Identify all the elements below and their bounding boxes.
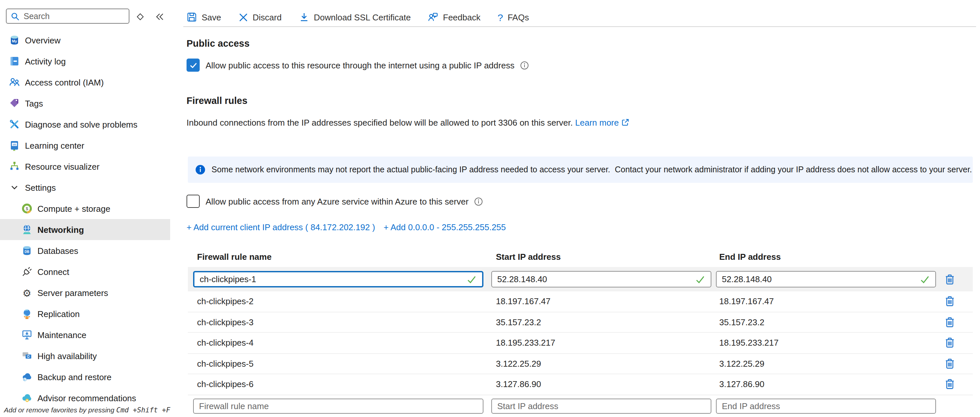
- search-input[interactable]: [24, 11, 125, 21]
- new-rule-name-input[interactable]: [194, 401, 483, 411]
- delete-rule-button[interactable]: [943, 378, 956, 391]
- firewall-rules-heading: Firewall rules: [186, 95, 247, 106]
- svg-text:101: 101: [13, 143, 16, 146]
- table-header-row: Firewall rule name Start IP address End …: [188, 247, 973, 267]
- command-bar: Save Discard Download SSL Certificate Fe…: [186, 8, 529, 26]
- sidebar-item-replication[interactable]: Replication: [0, 303, 170, 324]
- chevron-down-icon: [8, 182, 21, 193]
- new-start-ip-input[interactable]: [492, 401, 711, 411]
- end-ip-cell: 3.127.86.90: [719, 380, 764, 389]
- public-access-heading: Public access: [186, 38, 250, 49]
- feedback-icon: [428, 12, 438, 22]
- search-icon: [11, 11, 20, 21]
- start-ip-field[interactable]: [491, 271, 711, 288]
- sidebar-item-label: Settings: [25, 182, 56, 192]
- info-icon[interactable]: [520, 61, 529, 69]
- start-ip-input[interactable]: [492, 274, 695, 284]
- networking-icon: [21, 224, 33, 235]
- new-end-ip-field[interactable]: [716, 399, 936, 414]
- sidebar-item-advisor[interactable]: Advisor recommendations: [0, 387, 170, 409]
- sidebar-item-high-availability[interactable]: High availability: [0, 345, 170, 366]
- add-client-ip-link[interactable]: + Add current client IP address ( 84.172…: [186, 222, 375, 232]
- sidebar-item-learning-center[interactable]: 101 Learning center: [0, 135, 170, 156]
- sidebar-item-resource-visualizer[interactable]: Resource visualizer: [0, 156, 170, 177]
- public-access-checkbox[interactable]: [186, 59, 200, 72]
- table-row: ch-clickpipes-5 3.122.25.29 3.122.25.29: [188, 353, 973, 374]
- collapse-sidebar-icon[interactable]: [153, 9, 167, 24]
- compute-storage-icon: $: [21, 203, 33, 214]
- end-ip-input[interactable]: [717, 274, 920, 284]
- networking-content: Save Discard Download SSL Certificate Fe…: [183, 0, 980, 417]
- sidebar-item-activity-log[interactable]: Activity log: [0, 51, 170, 72]
- discard-button[interactable]: Discard: [238, 12, 282, 22]
- access-control-icon: [8, 76, 21, 88]
- table-row: ch-clickpipes-2 18.197.167.47 18.197.167…: [188, 291, 973, 312]
- sidebar-item-settings-group[interactable]: Settings: [0, 177, 170, 198]
- feedback-button[interactable]: Feedback: [428, 12, 480, 22]
- add-ip-range-link[interactable]: + Add 0.0.0.0 - 255.255.255.255: [383, 222, 506, 232]
- azure-services-checkbox-label: Allow public access from any Azure servi…: [205, 197, 469, 206]
- column-header-rule-name: Firewall rule name: [197, 252, 272, 262]
- diamond-icon[interactable]: [133, 9, 147, 24]
- favorites-hint-keys: Cmd +Shift +F: [116, 406, 170, 414]
- rule-name-cell: ch-clickpipes-5: [197, 359, 253, 369]
- faqs-button[interactable]: ? FAQs: [498, 12, 529, 22]
- rule-name-input[interactable]: [194, 274, 466, 284]
- rule-name-cell: ch-clickpipes-4: [197, 338, 253, 348]
- delete-rule-button[interactable]: [943, 295, 956, 308]
- sidebar-item-label: Replication: [37, 309, 80, 319]
- sidebar-item-server-parameters[interactable]: ⚙ Server parameters: [0, 282, 170, 303]
- sidebar: My Overview Activity log Access control …: [0, 0, 170, 417]
- download-ssl-label: Download SSL Certificate: [313, 12, 410, 22]
- new-rule-name-field[interactable]: [193, 399, 484, 414]
- sidebar-item-tags[interactable]: Tags: [0, 93, 170, 114]
- info-filled-icon: [195, 165, 205, 175]
- sidebar-item-label: Tags: [25, 98, 43, 108]
- sidebar-item-connect[interactable]: Connect: [0, 261, 170, 282]
- table-row: ch-clickpipes-3 35.157.23.2 35.157.23.2: [188, 312, 973, 333]
- resource-visualizer-icon: [8, 160, 21, 173]
- download-ssl-certificate-button[interactable]: Download SSL Certificate: [299, 12, 410, 22]
- azure-services-checkbox[interactable]: [186, 195, 200, 208]
- end-ip-cell: 18.197.167.47: [719, 297, 774, 307]
- sidebar-item-backup-restore[interactable]: Backup and restore: [0, 366, 170, 387]
- sidebar-item-access-control[interactable]: Access control (IAM): [0, 72, 170, 93]
- maintenance-icon: [21, 329, 33, 341]
- delete-rule-button[interactable]: [943, 336, 956, 350]
- server-parameters-icon: ⚙: [21, 287, 33, 299]
- delete-rule-button[interactable]: [943, 316, 956, 329]
- question-icon: ?: [498, 12, 503, 22]
- activity-log-icon: [8, 55, 21, 67]
- info-icon[interactable]: [474, 197, 483, 206]
- sidebar-item-compute-storage[interactable]: $ Compute + storage: [0, 198, 170, 219]
- toolbar-divider: [183, 26, 976, 27]
- delete-rule-button[interactable]: [943, 357, 956, 370]
- save-button[interactable]: Save: [186, 12, 221, 22]
- rule-name-field[interactable]: [193, 271, 484, 288]
- sidebar-item-overview[interactable]: My Overview: [0, 30, 170, 51]
- sidebar-item-label: Databases: [37, 246, 78, 256]
- table-row: ch-clickpipes-6 3.127.86.90 3.127.86.90: [188, 374, 973, 395]
- new-end-ip-input[interactable]: [717, 401, 935, 411]
- advisor-icon: [21, 392, 33, 404]
- column-header-end-ip: End IP address: [719, 252, 781, 262]
- table-row-editing: [188, 267, 973, 291]
- tags-icon: [8, 97, 21, 109]
- learn-more-link[interactable]: Learn more: [575, 118, 619, 128]
- replication-icon: [21, 308, 33, 320]
- sidebar-item-networking[interactable]: Networking: [0, 219, 170, 240]
- sidebar-item-diagnose[interactable]: Diagnose and solve problems: [0, 114, 170, 135]
- learning-center-icon: 101: [8, 139, 21, 151]
- start-ip-cell: 3.122.25.29: [496, 359, 541, 369]
- sidebar-search[interactable]: [6, 8, 129, 24]
- end-ip-field[interactable]: [716, 271, 936, 288]
- firewall-description: Inbound connections from the IP addresse…: [186, 118, 629, 128]
- discard-label: Discard: [253, 12, 282, 22]
- sidebar-item-databases[interactable]: DB Databases: [0, 240, 170, 261]
- sidebar-item-maintenance[interactable]: Maintenance: [0, 324, 170, 345]
- end-ip-cell: 35.157.23.2: [719, 317, 764, 327]
- azure-services-checkbox-row: Allow public access from any Azure servi…: [186, 195, 483, 208]
- delete-rule-button[interactable]: [943, 273, 956, 286]
- external-link-icon: [621, 118, 629, 126]
- new-start-ip-field[interactable]: [491, 399, 711, 414]
